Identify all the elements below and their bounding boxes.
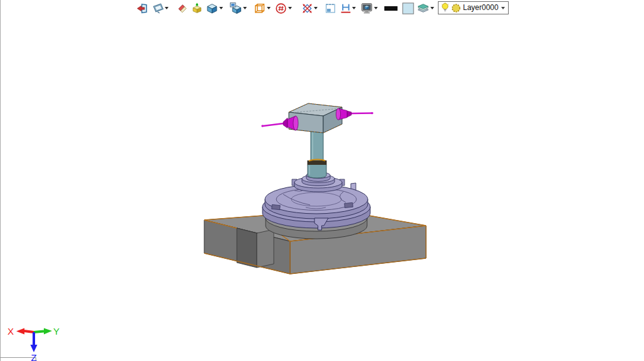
axis-x-label: X (8, 326, 14, 337)
axis-x-arrow (24, 331, 34, 332)
axis-z-label: Z (31, 352, 36, 361)
viewport-3d[interactable]: X Y Z (0, 0, 644, 361)
axis-triad: X Y Z (8, 326, 60, 361)
axis-y-label: Y (53, 326, 60, 337)
model-probe-tip-left[interactable] (261, 116, 298, 130)
model-probe-tip-right[interactable] (336, 108, 373, 120)
model-column[interactable] (308, 129, 326, 178)
axis-y-arrow (34, 332, 44, 333)
